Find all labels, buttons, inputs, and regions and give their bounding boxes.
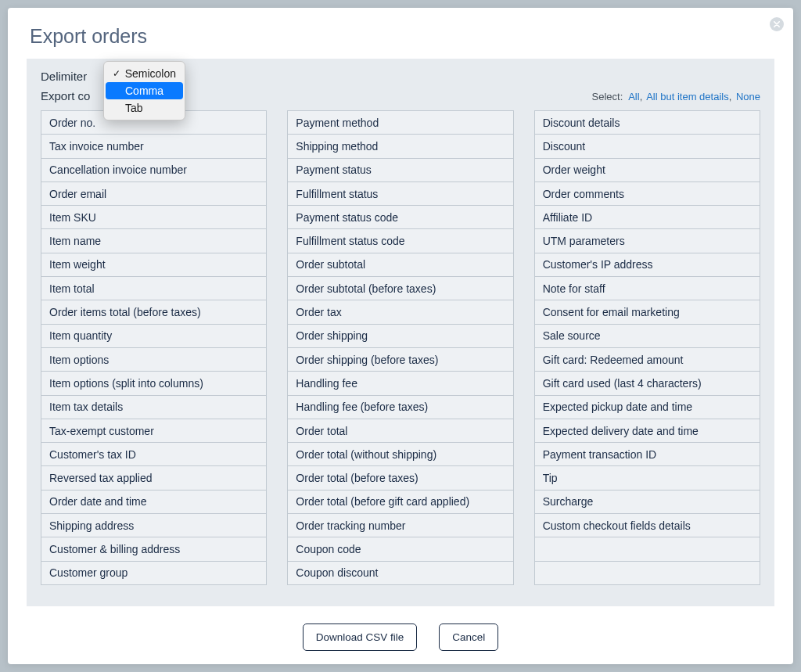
column-cell[interactable]: Gift card: Redeemed amount [534,347,760,372]
column-cell[interactable]: Order tax [287,300,513,324]
select-links: Select: All, All but item details, None [592,91,760,102]
column-cell[interactable]: Order total (before taxes) [287,465,513,490]
column-cell[interactable]: Item total [41,276,267,300]
column-cell[interactable]: Item options [41,347,267,372]
column-cell[interactable]: Order items total (before taxes) [41,300,267,324]
column-cell[interactable]: Tax-exempt customer [41,419,267,443]
column-cell[interactable]: Fulfillment status [287,181,513,206]
column-cell[interactable]: Customer's tax ID [41,442,267,466]
column-cell[interactable]: Item weight [41,253,267,277]
column-cell[interactable]: Affiliate ID [534,205,760,229]
column-cell[interactable]: Tip [534,465,760,490]
column-cell [534,537,760,561]
check-icon: ✓ [111,68,122,79]
dropdown-item[interactable]: ✓Semicolon [106,65,183,82]
column-cell[interactable]: Note for staff [534,276,760,300]
column-cell[interactable]: UTM parameters [534,228,760,253]
columns-wrapper: Order no.Tax invoice numberCancellation … [41,110,760,585]
column-cell[interactable]: Item options (split into columns) [41,371,267,395]
column-cell[interactable]: Coupon discount [287,561,513,585]
select-label: Select: [592,91,623,102]
column-cell[interactable]: Handling fee (before taxes) [287,395,513,419]
column-cell[interactable]: Expected delivery date and time [534,419,760,443]
column-cell[interactable]: Discount [534,134,760,158]
column-cell[interactable]: Payment method [287,110,513,135]
column-cell[interactable]: Customer group [41,561,267,585]
column-cell[interactable]: Surcharge [534,490,760,514]
column-cell[interactable]: Coupon code [287,537,513,561]
column-cell[interactable]: Order tracking number [287,513,513,537]
column-cell[interactable]: Order weight [534,158,760,182]
download-csv-button[interactable]: Download CSV file [303,623,418,651]
select-all-link[interactable]: All [628,91,639,102]
content-area: Delimiter Export co Select: All, All but… [27,59,774,606]
export-orders-modal: Export orders Delimiter Export co Select… [8,8,793,664]
column-cell[interactable]: Order comments [534,181,760,206]
column-cell[interactable]: Cancellation invoice number [41,158,267,182]
column-cell[interactable]: Item tax details [41,395,267,419]
column-cell[interactable]: Discount details [534,110,760,135]
column-cell[interactable]: Order total (without shipping) [287,442,513,466]
dropdown-item-label: Tab [125,102,143,114]
select-none-link[interactable]: None [736,91,760,102]
column: Payment methodShipping methodPayment sta… [287,110,513,585]
column-cell[interactable]: Customer & billing address [41,537,267,561]
column-cell[interactable]: Order subtotal [287,253,513,277]
column: Discount detailsDiscountOrder weightOrde… [534,110,760,585]
column-cell[interactable]: Fulfillment status code [287,228,513,253]
column-cell[interactable]: Reversed tax applied [41,465,267,490]
column-cell[interactable]: Order shipping (before taxes) [287,347,513,372]
column-cell[interactable]: Payment status code [287,205,513,229]
column-cell[interactable]: Sale source [534,324,760,348]
column-cell[interactable]: Payment transaction ID [534,442,760,466]
column-cell[interactable]: Tax invoice number [41,134,267,158]
column-cell[interactable]: Handling fee [287,371,513,395]
dropdown-item[interactable]: Tab [106,99,183,117]
column-cell[interactable]: Order shipping [287,324,513,348]
column-cell[interactable]: Order date and time [41,490,267,514]
column-cell[interactable]: Shipping method [287,134,513,158]
dropdown-item[interactable]: Comma [106,82,183,99]
close-button[interactable] [770,17,784,31]
close-icon [774,21,780,27]
select-all-but-link[interactable]: All but item details [646,91,729,102]
column-cell[interactable]: Order email [41,181,267,206]
dropdown-item-label: Semicolon [125,67,176,80]
column-cell[interactable]: Item name [41,228,267,253]
column-cell[interactable]: Order total (before gift card applied) [287,490,513,514]
column-cell[interactable]: Payment status [287,158,513,182]
column-cell[interactable]: Order subtotal (before taxes) [287,276,513,300]
column-cell[interactable]: Shipping address [41,513,267,537]
cancel-button[interactable]: Cancel [439,623,498,651]
delimiter-dropdown[interactable]: ✓SemicolonCommaTab [103,61,185,120]
footer: Download CSV file Cancel [8,606,793,668]
column-cell[interactable]: Item quantity [41,324,267,348]
column-cell[interactable]: Expected pickup date and time [534,395,760,419]
modal-title: Export orders [8,8,793,48]
column-cell[interactable]: Customer's IP address [534,253,760,277]
column-cell[interactable]: Item SKU [41,205,267,229]
column-cell[interactable]: Order total [287,419,513,443]
column: Order no.Tax invoice numberCancellation … [41,110,267,585]
column-cell[interactable]: Gift card used (last 4 characters) [534,371,760,395]
column-cell[interactable]: Custom checkout fields details [534,513,760,537]
column-cell[interactable]: Consent for email marketing [534,300,760,324]
dropdown-item-label: Comma [125,84,163,97]
column-cell [534,561,760,585]
export-columns-label: Export co [41,89,90,102]
